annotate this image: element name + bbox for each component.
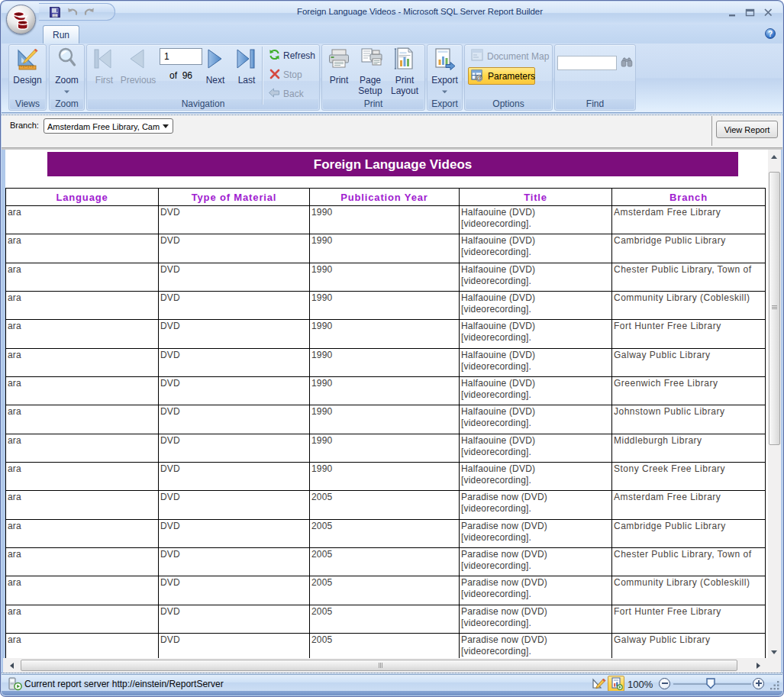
svg-text:@: @: [476, 74, 482, 82]
